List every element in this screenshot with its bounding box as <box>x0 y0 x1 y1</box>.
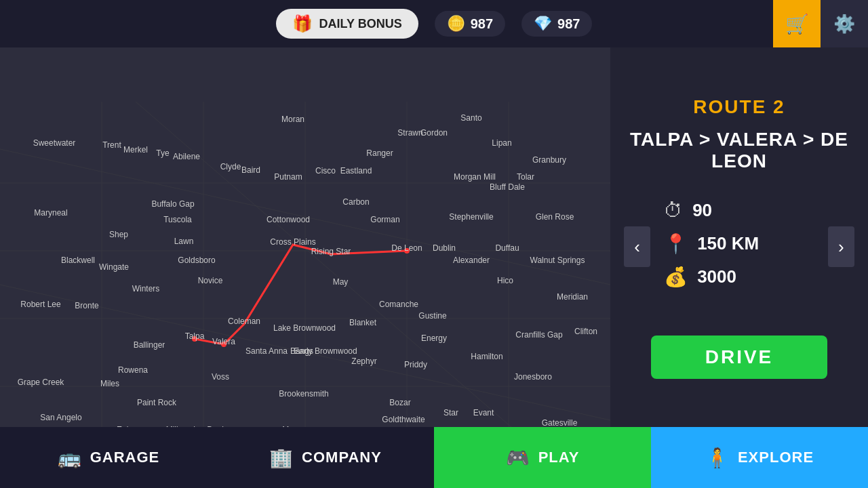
city-label: Blackwell <box>61 256 95 265</box>
reward-stat-row: 💰 3000 <box>664 266 814 288</box>
city-label: Gorman <box>370 215 399 224</box>
city-label: Bronte <box>75 301 99 310</box>
city-label: Glen Rose <box>536 212 574 222</box>
location-icon: 📍 <box>664 232 688 255</box>
gems-amount: 987 <box>557 16 580 32</box>
city-label: Clyde <box>220 162 241 171</box>
city-label: Zephyr <box>351 357 376 366</box>
city-label: Energy <box>421 333 447 343</box>
drive-button[interactable]: DRIVE <box>651 336 827 379</box>
city-label: Trent <box>102 140 121 150</box>
city-label: Shep <box>109 230 128 239</box>
city-label: Maryneal <box>34 208 67 218</box>
coin-icon: 🪙 <box>447 15 465 33</box>
city-label: Dublin <box>433 243 456 253</box>
distance-value: 150 KM <box>697 233 759 254</box>
city-label: Meridian <box>557 292 588 302</box>
city-label: Goldsboro <box>178 256 216 265</box>
coins-amount: 987 <box>471 16 493 32</box>
map-area: SweetwaterTrentMerkelTyeAbileneClydeBair… <box>0 47 610 427</box>
city-label: Lake Brownwood <box>273 323 336 333</box>
gear-icon: ⚙️ <box>833 14 855 35</box>
city-label: Santo <box>460 113 482 123</box>
city-label: Tuscola <box>163 215 192 224</box>
city-label: Comanche <box>379 300 418 309</box>
city-label: Tolar <box>517 172 534 182</box>
explore-label: EXPLORE <box>738 449 814 466</box>
city-label: Rising Star <box>311 247 351 256</box>
route-path: TALPA > VALERA > DE LEON <box>624 129 854 172</box>
city-label: Rowena <box>118 365 148 375</box>
route-panel: ROUTE 2 TALPA > VALERA > DE LEON ‹ ⏱ 90 … <box>610 47 868 427</box>
garage-icon: 🚌 <box>58 447 82 469</box>
top-right-buttons: 🛒 ⚙️ <box>773 0 868 47</box>
explore-icon: 🧍 <box>705 447 730 469</box>
play-nav-button[interactable]: 🎮 PLAY <box>434 427 651 488</box>
time-value: 90 <box>692 200 712 221</box>
city-label: Walnut Springs <box>530 256 585 265</box>
settings-button[interactable]: ⚙️ <box>821 0 868 47</box>
city-label: Novice <box>198 276 223 285</box>
city-label: Star <box>443 408 458 418</box>
city-label: Hico <box>497 276 513 285</box>
city-label: Ranger <box>366 148 393 158</box>
city-label: Cross Plains <box>270 237 315 247</box>
city-label: Robert Lee <box>20 300 61 309</box>
daily-bonus-label: DAILY BONUS <box>319 17 402 31</box>
reward-value: 3000 <box>697 266 736 287</box>
city-label: Winters <box>132 284 160 293</box>
map-svg: SweetwaterTrentMerkelTyeAbileneClydeBair… <box>0 47 610 427</box>
daily-bonus-button[interactable]: 🎁 DAILY BONUS <box>276 9 418 39</box>
city-label: Sweetwater <box>33 138 76 148</box>
top-bar: 🎁 DAILY BONUS 🪙 987 💎 987 🛒 ⚙️ <box>0 0 868 47</box>
city-label: Alexander <box>453 256 490 265</box>
city-label: Goldthwaite <box>382 415 425 424</box>
city-label: Morgan Mill <box>454 172 496 182</box>
city-label: Cottonwood <box>267 215 310 224</box>
clock-icon: ⏱ <box>664 199 683 222</box>
city-label: Priddy <box>404 360 427 369</box>
city-label: Brookensmith <box>279 389 328 399</box>
garage-nav-button[interactable]: 🚌 GARAGE <box>0 427 217 488</box>
city-label: Talpa <box>185 331 205 341</box>
city-label: May <box>333 277 349 287</box>
city-label: Merkel <box>123 145 148 155</box>
city-label: Tye <box>156 148 170 158</box>
company-nav-button[interactable]: 🏢 COMPANY <box>217 427 434 488</box>
prev-route-button[interactable]: ‹ <box>624 226 650 267</box>
city-label: Bozar <box>389 398 410 407</box>
city-label: Evant <box>473 408 494 418</box>
city-label: Duffau <box>495 243 519 253</box>
city-label: Gatesville <box>542 418 578 427</box>
gem-icon: 💎 <box>534 15 552 33</box>
city-label: Eastland <box>340 166 372 176</box>
city-label: Miles <box>100 379 119 388</box>
time-stat-row: ⏱ 90 <box>664 199 814 222</box>
city-label: Granbury <box>532 155 566 165</box>
shop-button[interactable]: 🛒 <box>773 0 821 47</box>
city-label: Cranfills Gap <box>515 330 563 340</box>
company-label: COMPANY <box>302 449 382 466</box>
nav-row: ‹ ⏱ 90 📍 150 KM 💰 3000 › <box>624 199 854 295</box>
city-label: Voss <box>212 372 229 382</box>
city-label: San Angelo <box>40 413 82 422</box>
city-label: Santa Anna <box>245 346 288 356</box>
city-label: Paint Rock <box>137 398 177 407</box>
city-label: Gustine <box>418 311 447 321</box>
city-label: Coleman <box>228 317 260 326</box>
coins-display: 🪙 987 <box>435 11 505 37</box>
gift-icon: 🎁 <box>292 14 313 33</box>
city-label: Early Brownwood <box>294 346 357 356</box>
play-label: PLAY <box>538 449 580 466</box>
stats-container: ⏱ 90 📍 150 KM 💰 3000 <box>664 199 814 288</box>
distance-stat-row: 📍 150 KM <box>664 232 814 255</box>
city-label: Gordon <box>420 128 448 138</box>
city-label: Stephenville <box>449 212 494 222</box>
next-route-button[interactable]: › <box>828 226 854 267</box>
city-label: Bluff Dale <box>490 182 525 192</box>
city-label: Wingate <box>99 262 129 272</box>
city-label: Moran <box>281 115 304 124</box>
play-icon: 🎮 <box>506 447 530 469</box>
city-label: Lawn <box>174 237 194 246</box>
explore-nav-button[interactable]: 🧍 EXPLORE <box>651 427 868 488</box>
